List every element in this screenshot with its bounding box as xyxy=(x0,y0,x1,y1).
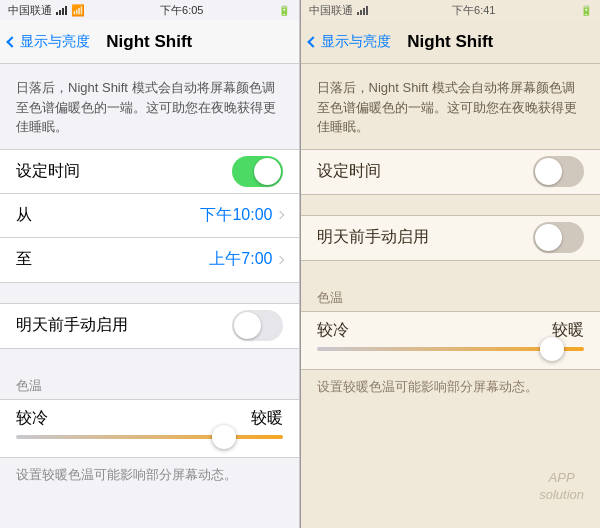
chevron-right-from-icon xyxy=(275,211,283,219)
phone-right: 中国联通 下午6:41 🔋 显示与亮度 Night Shift 日落后，Nigh… xyxy=(301,0,601,528)
back-label-left: 显示与亮度 xyxy=(20,33,90,51)
manual-toggle-row-right: 明天前手动启用 xyxy=(301,216,601,260)
slider-thumb-left[interactable] xyxy=(212,425,236,449)
from-row-left[interactable]: 从 下午10:00 xyxy=(0,194,299,238)
slider-cold-label-right: 较冷 xyxy=(317,320,349,341)
battery-left: 🔋 xyxy=(278,5,290,16)
phone-left: 中国联通 📶 下午6:05 🔋 显示与亮度 Night Shift 日落后，Ni… xyxy=(0,0,300,528)
content-left: 日落后，Night Shift 模式会自动将屏幕颜色调至色谱偏暖色的一端。这可助… xyxy=(0,64,299,528)
slider-thumb-right[interactable] xyxy=(540,337,564,361)
to-row-left[interactable]: 至 上午7:00 xyxy=(0,238,299,282)
manual-group-right: 明天前手动启用 xyxy=(301,215,601,261)
color-temp-header-left: 色温 xyxy=(0,369,299,399)
schedule-toggle-row-right: 设定时间 xyxy=(301,150,601,194)
status-right-right: 🔋 xyxy=(580,5,592,16)
description-left: 日落后，Night Shift 模式会自动将屏幕颜色调至色谱偏暖色的一端。这可助… xyxy=(0,64,299,149)
color-temp-header-right: 色温 xyxy=(301,281,601,311)
nav-title-right: Night Shift xyxy=(407,32,493,52)
description-right: 日落后，Night Shift 模式会自动将屏幕颜色调至色谱偏暖色的一端。这可助… xyxy=(301,64,601,149)
toggle-knob-schedule-right xyxy=(535,158,562,185)
slider-track-left[interactable] xyxy=(16,435,283,439)
toggle-knob-manual-right xyxy=(535,224,562,251)
slider-track-right[interactable] xyxy=(317,347,585,351)
manual-toggle-right[interactable] xyxy=(533,222,584,253)
schedule-group-right: 设定时间 xyxy=(301,149,601,195)
schedule-label-right: 设定时间 xyxy=(317,161,381,182)
status-bar-left: 中国联通 📶 下午6:05 🔋 xyxy=(0,0,299,20)
time-right: 下午6:41 xyxy=(452,3,495,18)
signal-bars-right xyxy=(357,5,368,15)
schedule-label-left: 设定时间 xyxy=(16,161,80,182)
chevron-right-to-icon xyxy=(275,255,283,263)
slider-warm-label-left: 较暖 xyxy=(251,408,283,429)
manual-label-left: 明天前手动启用 xyxy=(16,315,128,336)
signal-bars-left xyxy=(56,5,67,15)
chevron-left-icon xyxy=(6,36,17,47)
nav-title-left: Night Shift xyxy=(106,32,192,52)
carrier-left: 中国联通 xyxy=(8,3,52,18)
schedule-toggle-left[interactable] xyxy=(232,156,283,187)
status-left-right: 中国联通 xyxy=(309,3,368,18)
to-value-left: 上午7:00 xyxy=(209,249,282,270)
toggle-knob-schedule-left xyxy=(254,158,281,185)
to-label-left: 至 xyxy=(16,249,32,270)
nav-bar-right: 显示与亮度 Night Shift xyxy=(301,20,601,64)
footer-note-right: 设置较暖色温可能影响部分屏幕动态。 xyxy=(301,370,601,408)
back-label-right: 显示与亮度 xyxy=(321,33,391,51)
content-right: 日落后，Night Shift 模式会自动将屏幕颜色调至色谱偏暖色的一端。这可助… xyxy=(301,64,601,528)
manual-toggle-row-left: 明天前手动启用 xyxy=(0,304,299,348)
chevron-left-icon-right xyxy=(307,36,318,47)
schedule-toggle-right[interactable] xyxy=(533,156,584,187)
schedule-toggle-row-left: 设定时间 xyxy=(0,150,299,194)
status-bar-right: 中国联通 下午6:41 🔋 xyxy=(301,0,601,20)
status-left: 中国联通 📶 xyxy=(8,3,85,18)
from-value-left: 下午10:00 xyxy=(200,205,282,226)
watermark: APPsolution xyxy=(539,470,584,504)
slider-labels-left: 较冷 较暖 xyxy=(16,408,283,429)
from-label-left: 从 xyxy=(16,205,32,226)
slider-cold-label-left: 较冷 xyxy=(16,408,48,429)
back-button-left[interactable]: 显示与亮度 xyxy=(8,33,90,51)
toggle-knob-manual-left xyxy=(234,312,261,339)
footer-note-left: 设置较暖色温可能影响部分屏幕动态。 xyxy=(0,458,299,496)
nav-bar-left: 显示与亮度 Night Shift xyxy=(0,20,299,64)
manual-group-left: 明天前手动启用 xyxy=(0,303,299,349)
back-button-right[interactable]: 显示与亮度 xyxy=(309,33,391,51)
time-left: 下午6:05 xyxy=(160,3,203,18)
status-right-left: 🔋 xyxy=(278,5,290,16)
slider-container-right: 较冷 较暖 xyxy=(301,311,601,370)
carrier-right: 中国联通 xyxy=(309,3,353,18)
battery-right: 🔋 xyxy=(580,5,592,16)
slider-labels-right: 较冷 较暖 xyxy=(317,320,585,341)
manual-label-right: 明天前手动启用 xyxy=(317,227,429,248)
wifi-icon-left: 📶 xyxy=(71,4,85,17)
manual-toggle-left[interactable] xyxy=(232,310,283,341)
schedule-group-left: 设定时间 从 下午10:00 至 上午7:00 xyxy=(0,149,299,283)
slider-container-left: 较冷 较暖 xyxy=(0,399,299,458)
